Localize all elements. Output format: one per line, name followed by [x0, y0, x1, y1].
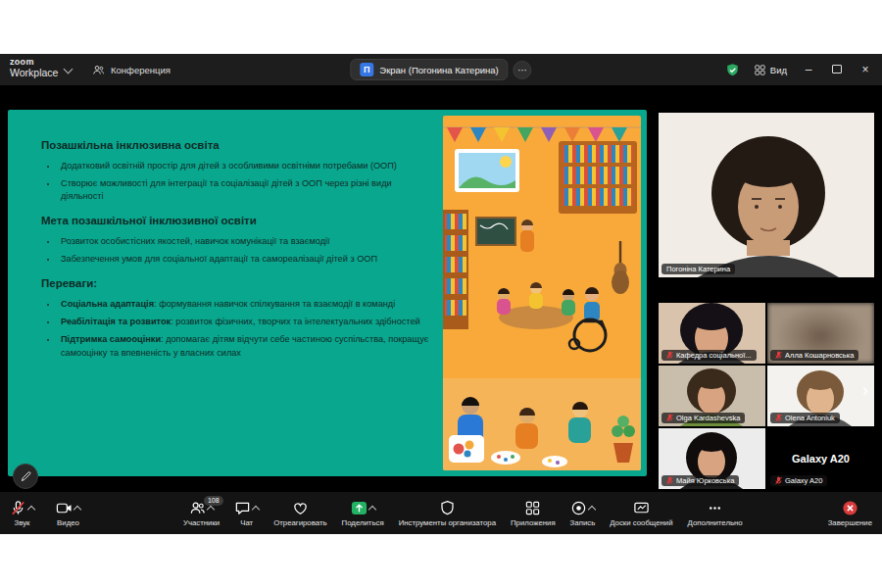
apps-icon: [524, 500, 541, 516]
end-icon: [842, 500, 858, 516]
host-tools-button[interactable]: Инструменты организатора: [399, 500, 496, 527]
slide-bullet: Забезпечення умов для соціальної адаптац…: [58, 253, 435, 266]
ellipsis-icon: ⋯: [517, 65, 527, 75]
chevron-up-icon[interactable]: [368, 506, 375, 514]
chevron-up-icon[interactable]: [74, 506, 81, 514]
chat-icon: [234, 500, 251, 516]
participant-name-badge: Olena Antoniuk: [770, 413, 840, 423]
host-tools-icon: [439, 500, 456, 516]
chevron-down-icon: [64, 64, 74, 74]
react-button[interactable]: Отреагировать: [273, 500, 326, 527]
conference-tab[interactable]: Конференция: [92, 54, 171, 85]
annotate-button[interactable]: [13, 464, 38, 489]
toolbar-label: Участники: [183, 518, 220, 527]
active-speaker-video[interactable]: Погоніна Катерина: [659, 113, 874, 277]
maximize-button[interactable]: [830, 63, 844, 76]
whiteboards-icon: [633, 500, 650, 516]
toolbar-label: Поделиться: [342, 518, 384, 527]
participants-button[interactable]: 108 Участники: [183, 500, 220, 527]
muted-mic-icon: [666, 351, 673, 360]
zoom-workplace-menu[interactable]: zoom Workplace: [10, 57, 72, 78]
toolbar-label: Завершение: [828, 518, 872, 527]
titlebar-right-cluster: Вид – ×: [725, 54, 872, 85]
conference-icon: [92, 64, 105, 76]
workplace-label: Workplace: [10, 67, 58, 78]
screen-tab-more-button[interactable]: ⋯: [514, 61, 532, 79]
participants-count-badge: 108: [204, 496, 223, 506]
video-grid: Кафедра соціальної... Алла Кошарновська: [659, 303, 874, 489]
toolbar-label: Отреагировать: [273, 518, 326, 527]
record-icon: [570, 500, 587, 516]
slide-bullet: Розвиток особистісних якостей, навичок к…: [58, 235, 435, 248]
video-tile[interactable]: Olena Antoniuk: [767, 366, 874, 426]
slide-bullet: Додатковий освітній простір для дітей з …: [58, 160, 435, 172]
desktop: zoom Workplace Конференция П Экран (Пого…: [0, 0, 882, 588]
slide-bullet-list-2: Розвиток особистісних якостей, навичок к…: [41, 235, 435, 266]
apps-button[interactable]: Приложения: [511, 500, 556, 527]
view-button[interactable]: Вид: [755, 65, 787, 75]
chevron-up-icon[interactable]: [588, 506, 596, 514]
speaker-video-feed: [659, 113, 874, 277]
chevron-up-icon[interactable]: [27, 506, 35, 514]
toolbar-label: Доски сообщений: [610, 518, 672, 527]
shared-screen-tab-label: Экран (Погонина Катерина): [379, 65, 498, 75]
video-tile[interactable]: Майя Юрковська: [659, 428, 765, 489]
share-screen-button[interactable]: Поделиться: [342, 500, 384, 527]
muted-mic-icon: [666, 414, 673, 422]
muted-mic-icon: [775, 414, 782, 422]
slide-heading-3: Переваги:: [41, 277, 435, 289]
view-button-label: Вид: [770, 65, 787, 75]
next-page-chevron-button[interactable]: ›: [860, 379, 870, 401]
security-shield-icon[interactable]: [725, 63, 740, 77]
zoom-logo: zoom: [10, 57, 58, 67]
shared-screen-slide: Позашкільна інклюзивна освіта Додатковий…: [8, 110, 647, 476]
slide-bullet: Підтримка самооцінки: допомагає дітям ві…: [58, 333, 435, 359]
participant-name-badge: Galaxy A20: [770, 475, 827, 486]
muted-mic-icon: [775, 351, 782, 360]
shared-screen-tab-group: П Экран (Погонина Катерина) ⋯: [350, 59, 531, 80]
chat-button[interactable]: Чат: [234, 500, 259, 527]
end-meeting-button[interactable]: Завершение: [828, 500, 872, 527]
conference-tab-label: Конференция: [111, 65, 171, 75]
titlebar: zoom Workplace Конференция П Экран (Пого…: [0, 54, 882, 85]
toolbar-label: Видео: [57, 518, 79, 527]
mute-button[interactable]: Звук: [10, 500, 34, 527]
participants-panel: Погоніна Катерина: [659, 85, 874, 492]
meeting-content: Позашкільна інклюзивна освіта Додатковий…: [0, 85, 882, 492]
maximize-icon: [832, 65, 842, 74]
record-button[interactable]: Запись: [570, 500, 596, 527]
video-tile[interactable]: Olga Kardashevska: [659, 366, 765, 426]
meeting-toolbar: Звук Видео 108: [0, 492, 882, 534]
close-button[interactable]: ×: [858, 63, 872, 76]
participant-name-badge: Алла Кошарновська: [770, 350, 858, 361]
video-tile[interactable]: Galaxy A20 Galaxy A20: [767, 428, 874, 489]
slide-bullet: Реабілітація та розвиток: розвиток фізич…: [58, 316, 435, 328]
toolbar-label: Дополнительно: [688, 518, 743, 527]
toolbar-label: Приложения: [511, 518, 556, 527]
video-icon: [56, 500, 73, 516]
video-tile[interactable]: Алла Кошарновська: [767, 303, 874, 364]
slide-heading-1: Позашкільна інклюзивна освіта: [41, 139, 435, 151]
toolbar-label: Инструменты организатора: [399, 518, 496, 527]
participant-name-badge: Майя Юрковська: [662, 475, 739, 486]
toolbar-label: Звук: [15, 518, 30, 527]
more-button[interactable]: Дополнительно: [688, 500, 743, 527]
participant-name-badge: Кафедра соціальної...: [662, 350, 757, 361]
share-icon: [351, 500, 368, 516]
muted-mic-icon: [775, 476, 782, 485]
whiteboards-button[interactable]: Доски сообщений: [610, 500, 672, 527]
zoom-window: zoom Workplace Конференция П Экран (Пого…: [0, 54, 882, 534]
minimize-button[interactable]: –: [802, 63, 815, 76]
muted-mic-icon: [666, 476, 673, 485]
shared-screen-tab[interactable]: П Экран (Погонина Катерина): [350, 59, 508, 80]
chevron-up-icon[interactable]: [252, 506, 260, 514]
chevron-up-icon[interactable]: [207, 506, 215, 514]
slide-bullet: Створює можливості для інтеграції та соц…: [58, 177, 435, 203]
toolbar-label: Запись: [570, 518, 596, 527]
presenter-avatar: П: [360, 63, 373, 76]
video-tile[interactable]: Кафедра соціальної...: [659, 303, 765, 364]
view-grid-icon: [755, 65, 765, 75]
video-button[interactable]: Видео: [56, 500, 80, 527]
pencil-icon: [20, 470, 32, 483]
participant-name-badge: Olga Kardashevska: [662, 413, 745, 423]
